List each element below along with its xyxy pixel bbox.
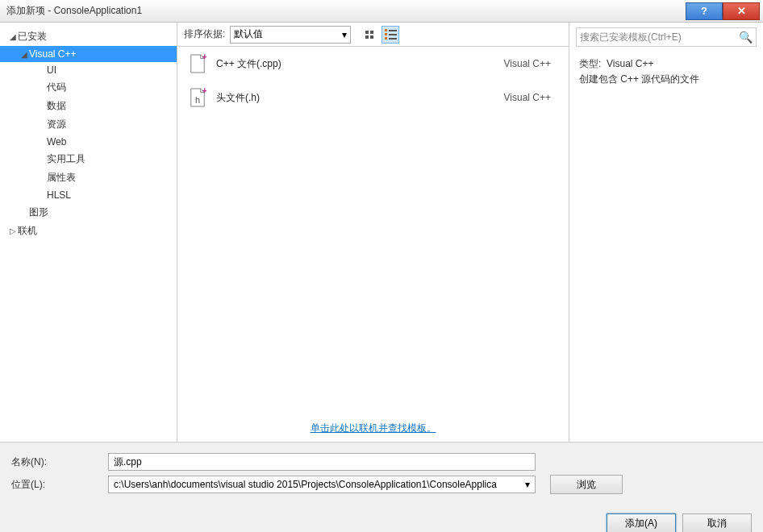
template-lang: Visual C++ xyxy=(504,92,551,103)
name-label: 名称(N): xyxy=(11,455,100,469)
template-list: ++ C++ 文件(.cpp) Visual C++++h 头文件(.h) Vi… xyxy=(177,47,569,415)
file-icon: ++h xyxy=(189,87,206,108)
template-description: 创建包含 C++ 源代码的文件 xyxy=(579,72,753,87)
sort-dropdown[interactable]: 默认值 ▾ xyxy=(230,26,351,44)
svg-text:++: ++ xyxy=(202,53,207,61)
template-row[interactable]: ++ C++ 文件(.cpp) Visual C++ xyxy=(177,47,569,81)
svg-text:h: h xyxy=(195,95,200,105)
file-icon: ++ xyxy=(189,53,206,74)
template-row[interactable]: ++h 头文件(.h) Visual C++ xyxy=(177,81,569,114)
svg-text:++: ++ xyxy=(202,87,207,95)
details-panel: 🔍 类型: Visual C++ 创建包含 C++ 源代码的文件 xyxy=(569,23,763,442)
sort-toolbar: 排序依据: 默认值 ▾ xyxy=(177,23,569,47)
tree-item-资源[interactable]: 资源 xyxy=(0,115,177,134)
cancel-button[interactable]: 取消 xyxy=(682,513,752,532)
category-sidebar: ◢已安装 ◢Visual C++ UI代码数据资源Web实用工具属性表HLSL … xyxy=(0,23,177,442)
help-button[interactable]: ? xyxy=(686,2,723,20)
close-button[interactable]: ✕ xyxy=(723,2,760,20)
form-section: 名称(N): 源.cpp 位置(L): c:\Users\anh\documen… xyxy=(0,442,763,504)
tree-item-数据[interactable]: 数据 xyxy=(0,97,177,115)
location-label: 位置(L): xyxy=(11,478,100,492)
template-name: C++ 文件(.cpp) xyxy=(216,57,494,71)
tree-installed[interactable]: ◢已安装 xyxy=(0,27,177,46)
search-online-link[interactable]: 单击此处以联机并查找模板。 xyxy=(177,415,569,442)
search-box[interactable]: 🔍 xyxy=(576,27,757,47)
view-grid-button[interactable] xyxy=(361,26,378,44)
tree-item-hlsl[interactable]: HLSL xyxy=(0,187,177,203)
tree-item-实用工具[interactable]: 实用工具 xyxy=(0,150,177,168)
titlebar: 添加新项 - ConsoleApplication1 ? ✕ xyxy=(0,0,763,23)
tree-item-ui[interactable]: UI xyxy=(0,62,177,78)
tree-item-web[interactable]: Web xyxy=(0,134,177,150)
list-icon xyxy=(385,29,397,39)
search-icon: 🔍 xyxy=(739,31,753,44)
view-list-button[interactable] xyxy=(382,26,399,44)
search-input[interactable] xyxy=(580,31,739,43)
name-input[interactable]: 源.cpp xyxy=(108,453,536,471)
sort-label: 排序依据: xyxy=(184,27,225,41)
browse-button[interactable]: 浏览 xyxy=(550,475,623,494)
tree-visual-cpp[interactable]: ◢Visual C++ xyxy=(0,46,177,62)
dialog-footer: 添加(A) 取消 xyxy=(0,504,763,532)
tree-item-属性表[interactable]: 属性表 xyxy=(0,168,177,187)
grid-icon xyxy=(365,31,373,39)
type-label: 类型: xyxy=(579,58,601,69)
location-input[interactable]: c:\Users\anh\documents\visual studio 201… xyxy=(108,476,536,493)
tree-online[interactable]: ▷联机 xyxy=(0,222,177,240)
template-lang: Visual C++ xyxy=(504,58,551,69)
template-name: 头文件(.h) xyxy=(216,91,494,105)
tree-item-代码[interactable]: 代码 xyxy=(0,78,177,97)
window-title: 添加新项 - ConsoleApplication1 xyxy=(6,4,686,18)
add-button[interactable]: 添加(A) xyxy=(607,513,676,532)
type-value: Visual C++ xyxy=(607,58,653,69)
chevron-down-icon: ▾ xyxy=(525,479,530,490)
tree-graphics[interactable]: 图形 xyxy=(0,203,177,222)
chevron-down-icon: ▾ xyxy=(342,29,347,40)
